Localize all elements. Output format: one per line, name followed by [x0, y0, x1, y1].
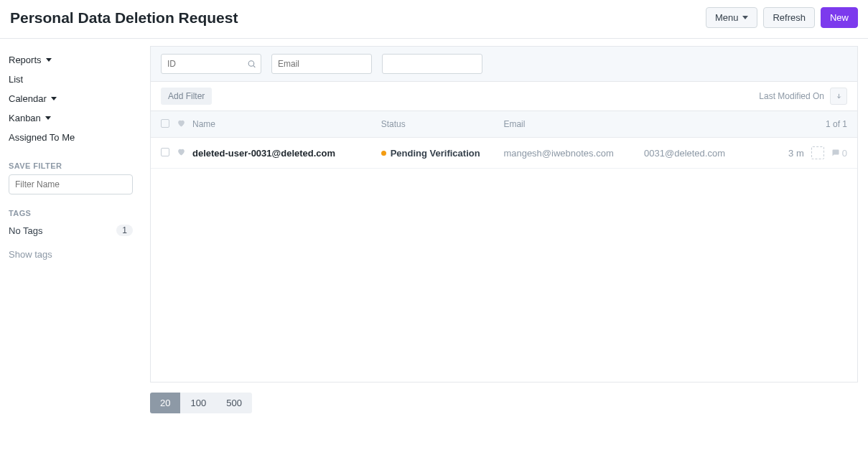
- tag-count: 1: [116, 225, 133, 236]
- blank-filter-input[interactable]: [382, 54, 482, 74]
- caret-down-icon: [742, 16, 748, 19]
- caret-down-icon: [45, 116, 51, 120]
- sidebar-item-list[interactable]: List: [9, 70, 133, 89]
- sort-area: Last Modified On: [759, 88, 847, 105]
- sidebar-item-calendar[interactable]: Calendar: [9, 89, 133, 108]
- list-body: deleted-user-0031@deleted.com Pending Ve…: [151, 138, 857, 382]
- row-comments[interactable]: 0: [831, 148, 847, 159]
- row-name: deleted-user-0031@deleted.com: [192, 148, 381, 159]
- sort-direction-button[interactable]: [830, 88, 847, 105]
- id-filter-wrap: [161, 54, 261, 74]
- sidebar-item-assigned-to-me[interactable]: Assigned To Me: [9, 128, 133, 147]
- filter-name-input[interactable]: [9, 174, 133, 194]
- page-range: 1 of 1: [725, 119, 847, 129]
- new-button[interactable]: New: [821, 7, 858, 28]
- refresh-button[interactable]: Refresh: [763, 7, 815, 28]
- menu-button[interactable]: Menu: [706, 7, 758, 28]
- row-age: 3 m: [788, 148, 804, 159]
- list-header: Name Status Email 1 of 1: [151, 111, 857, 138]
- row-email: mangesh@iwebnotes.com: [503, 148, 630, 159]
- top-actions: Menu Refresh New: [706, 7, 858, 28]
- toolbar-row: Add Filter Last Modified On: [150, 82, 858, 111]
- tags-heading: TAGS: [9, 209, 133, 217]
- row-status: Pending Verification: [381, 148, 504, 159]
- row-extra: 0031@deleted.com: [631, 148, 725, 159]
- search-icon: [247, 60, 256, 69]
- table-row[interactable]: deleted-user-0031@deleted.com Pending Ve…: [151, 138, 857, 169]
- tag-label: No Tags: [9, 225, 42, 236]
- sidebar-item-reports[interactable]: Reports: [9, 50, 133, 70]
- svg-line-1: [253, 66, 255, 67]
- svg-point-0: [248, 61, 254, 67]
- show-tags-link[interactable]: Show tags: [9, 249, 133, 260]
- page-size-500[interactable]: 500: [216, 393, 252, 413]
- tag-no-tags[interactable]: No Tags 1: [9, 222, 133, 239]
- save-filter-heading: SAVE FILTER: [9, 161, 133, 170]
- page-size-selector: 20 100 500: [150, 393, 252, 413]
- arrow-down-icon: [835, 93, 843, 100]
- menu-button-label: Menu: [715, 12, 739, 23]
- sidebar-item-label: List: [9, 74, 23, 85]
- comment-icon: [831, 149, 840, 157]
- filter-bar: [150, 46, 858, 82]
- row-status-text: Pending Verification: [391, 148, 480, 159]
- page-title: Personal Data Deletion Request: [10, 9, 238, 27]
- heart-icon[interactable]: [177, 147, 186, 156]
- sidebar: Reports List Calendar Kanban Assigned To…: [0, 39, 140, 423]
- column-status: Status: [381, 119, 504, 129]
- sidebar-item-label: Assigned To Me: [9, 132, 75, 143]
- column-email: Email: [503, 119, 630, 129]
- select-all-checkbox[interactable]: [161, 119, 169, 128]
- layout: Reports List Calendar Kanban Assigned To…: [0, 39, 868, 423]
- main: Add Filter Last Modified On Name Status …: [140, 39, 868, 423]
- status-indicator-icon: [381, 151, 386, 156]
- row-meta: 3 m 0: [725, 146, 847, 159]
- sidebar-item-label: Calendar: [9, 93, 47, 104]
- list-wrapper: Name Status Email 1 of 1 deleted-user-00…: [150, 111, 858, 382]
- row-comments-count: 0: [842, 148, 847, 159]
- sidebar-item-kanban[interactable]: Kanban: [9, 108, 133, 128]
- caret-down-icon: [46, 58, 52, 62]
- id-filter-input[interactable]: [161, 54, 261, 74]
- page-size-100[interactable]: 100: [180, 393, 216, 413]
- avatar-placeholder-icon: [811, 146, 824, 159]
- caret-down-icon: [51, 97, 57, 100]
- sort-label[interactable]: Last Modified On: [759, 91, 824, 101]
- add-filter-button[interactable]: Add Filter: [161, 88, 212, 105]
- email-filter-input[interactable]: [271, 54, 372, 74]
- sidebar-item-label: Kanban: [9, 113, 41, 123]
- column-name: Name: [192, 119, 381, 129]
- row-checkbox[interactable]: [161, 148, 169, 156]
- sidebar-item-label: Reports: [9, 55, 42, 65]
- topbar: Personal Data Deletion Request Menu Refr…: [0, 0, 868, 39]
- heart-icon[interactable]: [177, 118, 186, 128]
- page-size-20[interactable]: 20: [150, 393, 180, 413]
